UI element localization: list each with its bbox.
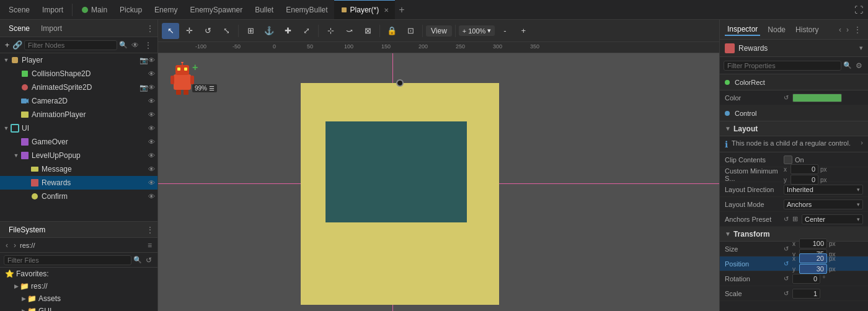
layout-direction-dropdown[interactable]: Inherited ▾	[784, 185, 863, 195]
player-eye-icon[interactable]: 👁	[148, 56, 155, 64]
animated-camera-icon[interactable]: 📷	[140, 84, 148, 92]
tree-item-animationplayer[interactable]: ▶ AnimationPlayer 👁	[0, 108, 157, 121]
position-x-input[interactable]	[799, 253, 827, 263]
zoom-in-btn[interactable]: +	[515, 23, 532, 39]
snap-btn[interactable]: ⤻	[340, 23, 358, 39]
panel-handle-top[interactable]	[396, 79, 404, 87]
fs-item-gui[interactable]: ▶ 📁 GUI	[0, 305, 157, 311]
filesystem-menu[interactable]: ⋮	[146, 226, 154, 234]
zoom-out-btn[interactable]: -	[496, 23, 513, 39]
position-refresh-icon[interactable]: ↺	[784, 260, 789, 267]
animplayer-eye-icon[interactable]: 👁	[148, 111, 155, 118]
pivot-tool[interactable]: ✚	[279, 23, 296, 39]
inspector-settings-icon[interactable]: ⚙	[854, 61, 864, 71]
inspector-forward[interactable]: ›	[844, 25, 851, 34]
res-arrow[interactable]: ▶	[12, 283, 20, 290]
tree-arrow-player[interactable]: ▼	[2, 56, 10, 64]
tree-item-ui[interactable]: ▼ UI 👁	[0, 121, 157, 135]
clip-contents-checkbox[interactable]	[784, 156, 792, 164]
move-pivot[interactable]: ⊹	[322, 23, 339, 39]
tree-item-camera2d[interactable]: ▶ Camera2D 👁	[0, 94, 157, 108]
animated-eye-icon[interactable]: 👁	[148, 84, 155, 91]
camera-eye-icon[interactable]: 👁	[148, 97, 155, 105]
game-panel-yellow[interactable]	[301, 83, 499, 305]
tab-enemy[interactable]: Enemy	[148, 0, 184, 19]
move-tool[interactable]: ✛	[180, 23, 198, 39]
tree-item-player[interactable]: ▼ Player 📷 👁	[0, 53, 157, 67]
grid-btn[interactable]: ⊠	[359, 23, 376, 39]
fs-back-button[interactable]: ‹	[4, 241, 10, 250]
fs-refresh-icon[interactable]: ↺	[144, 255, 154, 265]
filesystem-tab[interactable]: FileSystem	[4, 224, 50, 235]
inspector-tab[interactable]: Inspector	[725, 24, 760, 36]
history-tab[interactable]: History	[793, 24, 821, 35]
tab-player[interactable]: Player(*) ✕	[334, 0, 396, 19]
ui-eye-icon[interactable]: 👁	[148, 125, 155, 132]
tree-arrow-ui[interactable]: ▼	[2, 125, 10, 132]
transform-tool[interactable]: ⤢	[298, 23, 315, 39]
assets-arrow[interactable]: ▶	[20, 295, 27, 302]
view-dropdown[interactable]: View	[426, 25, 452, 37]
fs-item-res[interactable]: ▶ 📁 res://	[0, 280, 157, 292]
robot-sprite[interactable]	[170, 62, 194, 96]
select-tool[interactable]: ↖	[162, 23, 179, 39]
info-collapse-icon[interactable]: ›	[861, 139, 863, 146]
tab-enemybullet[interactable]: EnemyBullet	[280, 0, 334, 19]
tree-item-rewards[interactable]: ▶ Rewards 👁	[0, 176, 157, 190]
scene-panel-menu[interactable]: ⋮	[146, 24, 154, 33]
tab-import[interactable]: Import	[36, 0, 69, 19]
gui-arrow[interactable]: ▶	[20, 307, 27, 311]
scene-view-icon[interactable]: 👁	[130, 40, 141, 50]
add-node-button[interactable]: +	[4, 37, 11, 53]
scale-x-input[interactable]	[792, 289, 820, 299]
layout-section-header[interactable]: ▼ Layout	[720, 121, 868, 136]
fs-item-assets[interactable]: ▶ 📁 Assets	[0, 292, 157, 305]
size-x-input[interactable]	[799, 239, 827, 248]
rotate-tool[interactable]: ↺	[199, 23, 216, 39]
tab-pickup[interactable]: Pickup	[113, 0, 148, 19]
tab-enemyspawner[interactable]: EnemySpawner	[184, 0, 249, 19]
color-swatch[interactable]	[792, 94, 842, 102]
tree-item-gameover[interactable]: ▶ GameOver 👁	[0, 135, 157, 149]
add-tab-button[interactable]: +	[395, 4, 408, 15]
canvas-content[interactable]: + 99% ☰	[158, 53, 719, 311]
tree-item-animatedsprite[interactable]: ▶ AnimatedSprite2D 📷 👁	[0, 81, 157, 94]
collision-eye-icon[interactable]: 👁	[148, 70, 155, 77]
anchors-preset-dropdown[interactable]: Center ▾	[802, 214, 863, 224]
levelup-eye-icon[interactable]: 👁	[148, 152, 155, 159]
scene-filter-input[interactable]	[24, 40, 117, 50]
player-tab-close[interactable]: ✕	[384, 7, 389, 14]
rotation-refresh-icon[interactable]: ↺	[784, 275, 789, 282]
filesystem-filter-input[interactable]	[4, 255, 131, 265]
anchors-preset-refresh[interactable]: ↺	[784, 216, 789, 222]
fs-forward-button[interactable]: ›	[12, 241, 18, 250]
link-node-button[interactable]: 🔗	[12, 37, 22, 53]
add-sprite-button[interactable]: +	[192, 62, 198, 73]
lock-btn[interactable]: 🔒	[383, 23, 401, 39]
panel-tab-scene[interactable]: Scene	[4, 23, 35, 34]
inspector-menu[interactable]: ⋮	[852, 25, 863, 34]
layout-tool[interactable]: ⊞	[242, 23, 259, 39]
player-visibility-icon[interactable]: 📷	[140, 56, 148, 64]
rotation-input[interactable]	[792, 274, 820, 284]
fs-layout-icon[interactable]: ≡	[146, 240, 154, 250]
tree-arrow-levelup[interactable]: ▼	[12, 152, 20, 159]
layout-mode-dropdown[interactable]: Anchors ▾	[784, 199, 863, 209]
panel-tab-import[interactable]: Import	[36, 23, 67, 34]
tab-scene[interactable]: Scene	[2, 0, 36, 19]
color-refresh-icon[interactable]: ↺	[784, 94, 789, 101]
fs-favorites[interactable]: ⭐ Favorites:	[0, 268, 157, 280]
anchor-tool[interactable]: ⚓	[260, 23, 278, 39]
inspector-back[interactable]: ‹	[837, 25, 843, 34]
rewards-eye-icon[interactable]: 👁	[148, 179, 155, 186]
fullscreen-button[interactable]: ⛶	[852, 2, 866, 17]
group-btn[interactable]: ⊡	[402, 23, 419, 39]
message-eye-icon[interactable]: 👁	[148, 165, 155, 173]
custom-min-x-input[interactable]	[790, 164, 818, 174]
tree-item-collisionshape[interactable]: ▶ CollisionShape2D 👁	[0, 67, 157, 81]
inspector-filter-input[interactable]	[724, 61, 841, 71]
size-refresh-icon[interactable]: ↺	[784, 245, 789, 252]
tab-bullet[interactable]: Bullet	[249, 0, 280, 19]
confirm-eye-icon[interactable]: 👁	[148, 193, 155, 200]
node-tab[interactable]: Node	[765, 24, 788, 35]
